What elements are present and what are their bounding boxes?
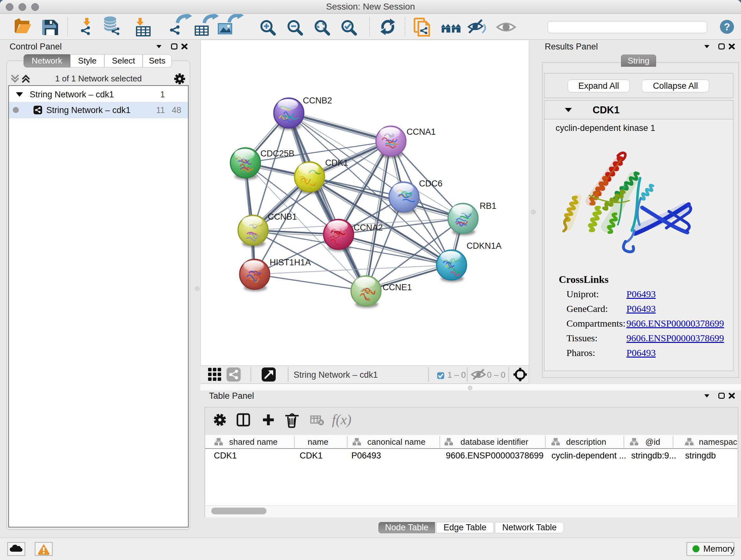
svg-text:RB1: RB1 (480, 201, 496, 211)
svg-text:shared name: shared name (229, 437, 278, 447)
svg-text:CDC25B: CDC25B (260, 149, 294, 159)
svg-text:database identifier: database identifier (461, 437, 529, 447)
svg-text:@id: @id (645, 437, 660, 447)
svg-text:name: name (308, 437, 328, 447)
svg-text:CCNA1: CCNA1 (407, 127, 436, 137)
svg-text:CCNB1: CCNB1 (268, 212, 297, 222)
svg-text:CDKN1A: CDKN1A (467, 241, 502, 251)
svg-text:CDK1: CDK1 (325, 158, 348, 168)
svg-text:0 – 0: 0 – 0 (487, 370, 506, 380)
svg-text:1 – 0: 1 – 0 (448, 370, 466, 380)
svg-text:CCNA2: CCNA2 (354, 223, 383, 233)
svg-text:f(x): f(x) (332, 412, 351, 428)
svg-text:canonical name: canonical name (367, 437, 425, 447)
svg-text:description: description (566, 437, 606, 447)
svg-text:CCNE1: CCNE1 (383, 283, 412, 292)
svg-text:HIST1H1A: HIST1H1A (270, 258, 311, 267)
svg-text:CCNB2: CCNB2 (303, 96, 332, 105)
svg-text:CDC6: CDC6 (419, 179, 443, 188)
svg-text:namespace: namespace (699, 437, 738, 447)
svg-text:String Network – cdk1: String Network – cdk1 (293, 370, 378, 380)
